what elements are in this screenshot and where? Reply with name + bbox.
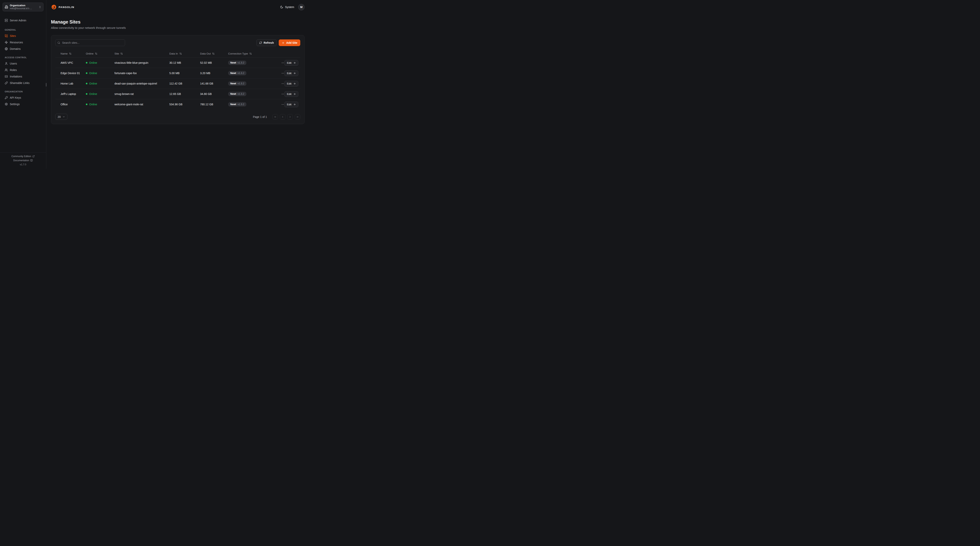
- sidebar: Organization milo@fossorial.io's ... Ser…: [0, 0, 46, 169]
- sidebar-item-label: Users: [10, 62, 17, 65]
- table-row: Home Lab Online dead-san-joaquin-antelop…: [55, 78, 300, 89]
- table-row: AWS VPC Online vivacious-little-blue-pen…: [55, 57, 300, 68]
- online-dot: [86, 83, 88, 84]
- sidebar-resize-handle[interactable]: [46, 83, 46, 86]
- column-header-online[interactable]: Online: [86, 52, 115, 55]
- cell-row-menu: [277, 92, 285, 96]
- chevrons-up-down-icon: [38, 6, 41, 8]
- cell-connection-type: Newtv1.3.2: [228, 92, 277, 96]
- org-switcher[interactable]: Organization milo@fossorial.io's ...: [3, 3, 43, 11]
- add-site-button[interactable]: Add Site: [279, 40, 300, 46]
- cell-data-out: 52.02 MB: [200, 61, 228, 64]
- table-row: Office Online welcome-giant-mole-rat 534…: [55, 99, 300, 109]
- sidebar-item-server-admin[interactable]: Server Admin: [3, 17, 43, 24]
- sidebar-item-label: Domains: [10, 47, 21, 50]
- plus-icon: [282, 42, 285, 44]
- section-header-organization: ORGANIZATION: [3, 90, 43, 93]
- sidebar-item-label: API Keys: [10, 96, 21, 99]
- prev-page-button[interactable]: [280, 114, 285, 120]
- edit-button[interactable]: Edit: [285, 91, 298, 97]
- column-header-name[interactable]: Name: [60, 52, 86, 55]
- cell-data-out: 141.68 GB: [200, 82, 228, 85]
- cell-row-menu: [277, 102, 285, 107]
- brand-link[interactable]: PANGOLIN: [51, 4, 74, 10]
- sidebar-item-shareable-links[interactable]: Shareable Links: [3, 80, 43, 86]
- page-size-select[interactable]: 20: [55, 114, 67, 120]
- arrow-right-icon: [293, 103, 296, 106]
- sidebar-footer: Community Edition Documentation v1.7.0: [0, 152, 46, 169]
- first-page-button[interactable]: [272, 114, 278, 120]
- waypoints-icon: [5, 41, 8, 44]
- cell-data-out: 3.20 MB: [200, 72, 228, 75]
- sites-card: Refresh Add Site Name: [51, 35, 305, 124]
- documentation-link[interactable]: Documentation: [13, 159, 33, 162]
- sidebar-item-domains[interactable]: Domains: [3, 46, 43, 52]
- cell-site: vivacious-little-blue-penguin: [115, 61, 169, 64]
- search-icon: [57, 42, 60, 44]
- content: Manage Sites Allow connectivity to your …: [46, 14, 307, 124]
- cell-site: dead-san-joaquin-antelope-squirrel: [115, 82, 169, 85]
- cell-row-menu: [277, 71, 285, 75]
- column-header-data-out[interactable]: Data Out: [200, 52, 228, 55]
- community-edition-label: Community Edition: [11, 155, 31, 158]
- refresh-button[interactable]: Refresh: [256, 40, 277, 46]
- moon-icon: [280, 5, 283, 9]
- sidebar-item-resources[interactable]: Resources: [3, 39, 43, 46]
- online-dot: [86, 104, 88, 105]
- edit-button[interactable]: Edit: [285, 81, 298, 86]
- topbar: PANGOLIN System M: [46, 0, 307, 14]
- next-page-button[interactable]: [287, 114, 293, 120]
- sort-icon: [249, 53, 252, 55]
- search-input[interactable]: [55, 40, 125, 46]
- toolbar-actions: Refresh Add Site: [256, 40, 300, 46]
- avatar[interactable]: M: [298, 4, 305, 10]
- page-title: Manage Sites: [51, 19, 305, 25]
- sort-icon: [120, 53, 123, 55]
- cell-data-in: 5.00 MB: [169, 72, 200, 75]
- cell-row-menu: [277, 61, 285, 65]
- cell-data-in: 12.65 GB: [169, 93, 200, 96]
- users-icon: [5, 69, 8, 72]
- column-header-connection-type[interactable]: Connection Type: [228, 52, 277, 55]
- last-page-button[interactable]: [295, 114, 300, 120]
- cell-data-out: 780.12 GB: [200, 103, 228, 106]
- sidebar-item-invitations[interactable]: Invitations: [3, 73, 43, 80]
- cell-connection-type: Newtv1.3.2: [228, 81, 277, 86]
- cell-online: Online: [86, 103, 115, 106]
- online-dot: [86, 72, 88, 74]
- sidebar-item-sites[interactable]: Sites: [3, 33, 43, 39]
- sidebar-item-label: Settings: [10, 102, 20, 106]
- add-site-label: Add Site: [286, 41, 298, 44]
- connection-badge: Newtv1.3.2: [228, 71, 247, 75]
- connection-badge: Newtv1.3.2: [228, 102, 247, 107]
- sort-icon: [69, 53, 72, 55]
- sidebar-item-api-keys[interactable]: API Keys: [3, 94, 43, 101]
- theme-toggle[interactable]: System: [280, 5, 294, 9]
- community-edition-link[interactable]: Community Edition: [11, 155, 35, 158]
- sidebar-item-roles[interactable]: Roles: [3, 67, 43, 73]
- online-label: Online: [89, 93, 97, 96]
- cell-data-in: 30.12 MB: [169, 61, 200, 64]
- edit-button[interactable]: Edit: [285, 70, 298, 76]
- sidebar-item-settings[interactable]: Settings: [3, 101, 43, 107]
- sidebar-item-label: Invitations: [10, 75, 22, 78]
- edit-button[interactable]: Edit: [285, 102, 298, 107]
- column-header-site[interactable]: Site: [115, 52, 169, 55]
- connection-badge: Newtv1.3.2: [228, 81, 247, 86]
- sort-icon: [95, 53, 97, 55]
- cell-online: Online: [86, 93, 115, 96]
- sidebar-nav: GENERAL Sites Resources Domains ACCESS C…: [0, 24, 46, 107]
- cell-data-out: 34.80 GB: [200, 93, 228, 96]
- sites-toolbar: Refresh Add Site: [55, 40, 300, 46]
- cell-online: Online: [86, 61, 115, 64]
- table-footer: 20 Page 1 of 1: [55, 114, 300, 120]
- edit-button[interactable]: Edit: [285, 60, 298, 66]
- page-subtitle: Allow connectivity to your network throu…: [51, 26, 305, 29]
- sort-icon: [212, 53, 215, 55]
- sidebar-item-users[interactable]: Users: [3, 60, 43, 67]
- section-header-access-control: ACCESS CONTROL: [3, 56, 43, 59]
- column-header-data-in[interactable]: Data In: [169, 52, 200, 55]
- sidebar-item-label: Sites: [10, 34, 16, 37]
- chevron-down-icon: [62, 115, 65, 118]
- pangolin-logo-icon: [51, 4, 57, 10]
